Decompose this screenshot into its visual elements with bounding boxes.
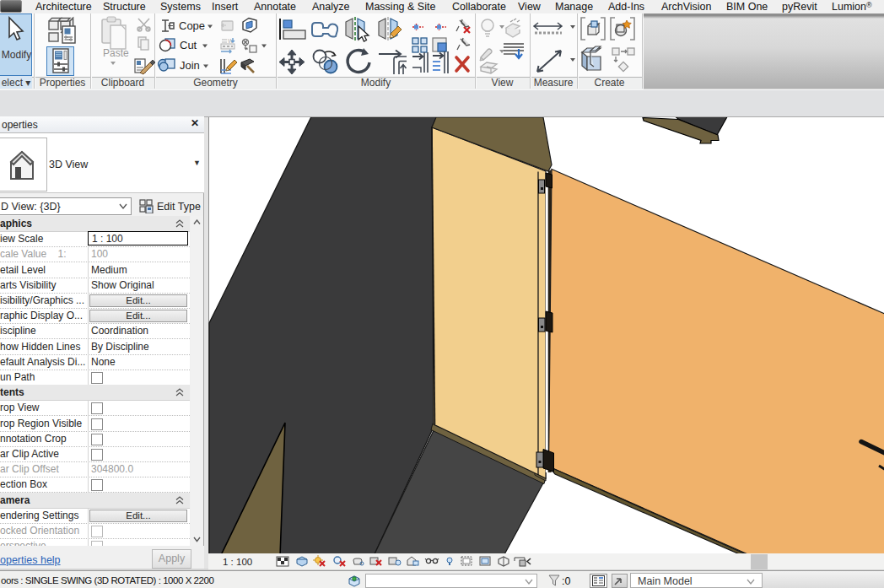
svg-text:Cope: Cope [179,19,205,32]
svg-text:Cut: Cut [180,39,197,51]
svg-text:Paste: Paste [103,47,129,59]
svg-text:Join: Join [180,59,200,72]
